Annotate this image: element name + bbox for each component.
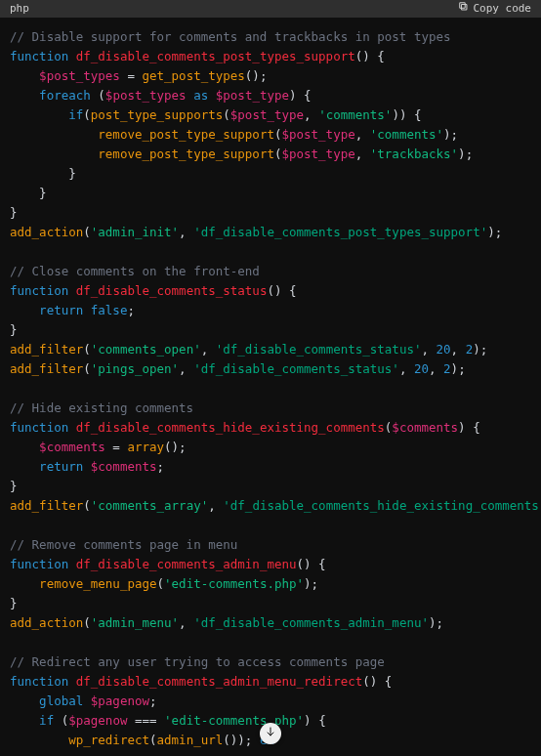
code-line: if(post_type_supports($post_type, 'comme… [10, 105, 531, 125]
language-label: php [10, 0, 29, 19]
code-line: remove_menu_page('edit-comments.php'); [10, 574, 531, 594]
code-line: function df_disable_comments_admin_menu(… [10, 555, 531, 574]
code-line: remove_post_type_support($post_type, 'tr… [10, 145, 531, 164]
code-line: function df_disable_comments_status() { [10, 281, 531, 301]
code-line: add_filter('pings_open', 'df_disable_com… [10, 359, 531, 379]
code-header: php Copy code [0, 0, 541, 18]
code-line [10, 242, 531, 262]
code-line: } [10, 320, 531, 340]
code-line: // Disable support for comments and trac… [10, 27, 531, 47]
code-line: // Redirect any user trying to access co… [10, 652, 531, 672]
code-line: // Close comments on the front-end [10, 262, 531, 281]
code-line: $comments = array(); [10, 438, 531, 457]
code-line: add_action('admin_menu', 'df_disable_com… [10, 613, 531, 633]
code-line: return false; [10, 301, 531, 320]
code-line: global $pagenow; [10, 692, 531, 711]
code-line: add_action('admin_init', 'df_disable_com… [10, 223, 531, 242]
code-line: return $comments; [10, 457, 531, 477]
code-line: function df_disable_comments_hide_existi… [10, 418, 531, 438]
code-line: } [10, 477, 531, 496]
code-line [10, 379, 531, 399]
arrow-down-icon [265, 724, 276, 743]
copy-icon [458, 0, 469, 19]
code-line: remove_post_type_support($post_type, 'co… [10, 125, 531, 145]
code-line: } [10, 164, 531, 184]
code-line: } [10, 203, 531, 223]
copy-label: Copy code [473, 0, 531, 19]
copy-code-button[interactable]: Copy code [458, 0, 531, 19]
code-line [10, 633, 531, 652]
scroll-down-button[interactable] [260, 723, 281, 744]
code-line: } [10, 184, 531, 203]
code-block[interactable]: // Disable support for comments and trac… [0, 18, 541, 756]
svg-rect-1 [460, 3, 466, 9]
code-line [10, 516, 531, 535]
code-line: } [10, 594, 531, 613]
code-line: // Hide existing comments [10, 399, 531, 418]
code-line: add_filter('comments_open', 'df_disable_… [10, 340, 531, 359]
code-line: foreach ($post_types as $post_type) { [10, 86, 531, 105]
code-line: // Remove comments page in menu [10, 535, 531, 555]
svg-rect-0 [462, 4, 468, 10]
code-line: add_filter('comments_array', 'df_disable… [10, 496, 531, 516]
code-line: function df_disable_comments_post_types_… [10, 47, 531, 66]
code-line: function df_disable_comments_admin_menu_… [10, 672, 531, 692]
code-line: $post_types = get_post_types(); [10, 66, 531, 86]
